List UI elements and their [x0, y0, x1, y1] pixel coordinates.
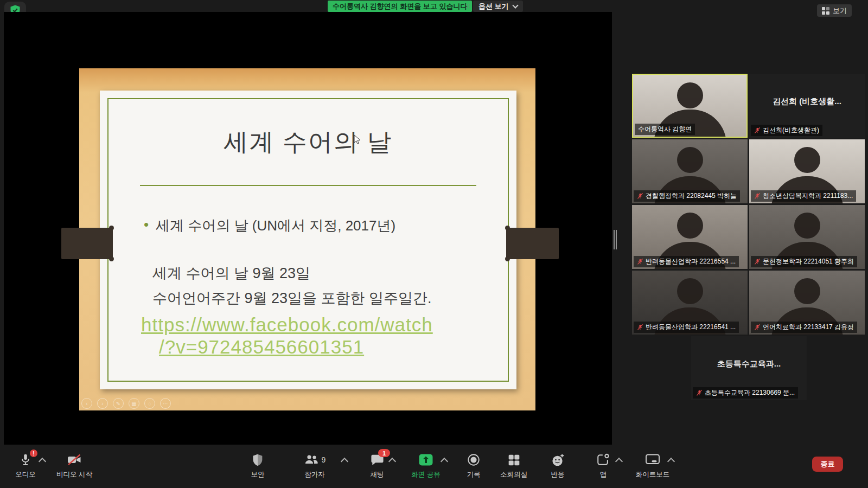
participants-count: 9 [322, 455, 326, 464]
presentation-nav-controls: ‹ › ✎ ▦ ◌ ⋯ [81, 398, 171, 409]
participant-tile[interactable]: 언어치료학과 22133417 김유정 [749, 271, 865, 335]
participant-name-tag: 반려동물산업학과 22216541 ... [634, 322, 739, 333]
bullet-text: 세계 수어의 날 (UN에서 지정, 2017년) [156, 216, 395, 235]
chat-button[interactable]: 1 채팅 [350, 451, 404, 479]
slide-ribbon-left [61, 228, 113, 259]
slide-grid-icon: ▦ [129, 398, 139, 409]
reactions-smiley-icon [551, 453, 565, 467]
participant-tile[interactable]: 문헌정보학과 22214051 황주희 [749, 205, 865, 269]
slide-title: 세계 수어의 날 [100, 126, 516, 158]
apps-icon [596, 453, 610, 467]
record-icon [467, 453, 481, 467]
mouse-cursor [354, 134, 361, 145]
breakout-rooms-icon [507, 453, 521, 467]
participants-chevron-icon[interactable] [341, 458, 348, 465]
participant-name: 언어치료학과 22133417 김유정 [763, 323, 854, 332]
mic-muted-icon [754, 258, 761, 265]
zoom-meeting-window: 수어통역사 김향연의 화면을 보고 있습니다 옵션 보기 보기 세계 수어의 날… [0, 0, 868, 488]
screen-share-banner: 수어통역사 김향연의 화면을 보고 있습니다 [328, 1, 472, 12]
mic-muted-icon [754, 324, 761, 331]
audio-warning-badge: ! [30, 450, 37, 457]
participant-name-tag: 반려동물산업학과 22216554 ... [634, 256, 739, 267]
mic-muted-icon [637, 258, 643, 265]
participant-tile[interactable]: 반려동물산업학과 22216554 ... [632, 205, 748, 269]
security-button[interactable]: 보안 [231, 451, 285, 479]
share-screen-button[interactable]: 화면 공유 [399, 451, 453, 479]
apps-label: 앱 [576, 470, 630, 479]
end-meeting-button[interactable]: 종료 [812, 457, 843, 472]
bullet-dot: • [144, 216, 149, 235]
whiteboard-label: 화이트보드 [626, 470, 680, 479]
panel-resize-handle[interactable] [614, 230, 617, 249]
slide-link-line1: https://www.facebook.com/watch [141, 314, 433, 336]
slide-bullet-line: • 세계 수어의 날 (UN에서 지정, 2017년) [144, 216, 395, 235]
view-label: 보기 [833, 6, 847, 16]
participant-name: 청소년상담복지학과 2211183... [763, 191, 853, 201]
slide-ribbon-right [506, 228, 559, 259]
slide-divider-line [140, 185, 476, 186]
chat-unread-badge: 1 [378, 449, 390, 457]
mic-muted-icon [754, 127, 761, 134]
security-shield-icon [251, 453, 265, 467]
audio-label: 오디오 [0, 470, 53, 479]
audio-button[interactable]: ! 오디오 [0, 451, 53, 479]
view-button[interactable]: 보기 [817, 4, 852, 17]
participant-display-name: 초등특수교육과... [691, 336, 807, 391]
participant-display-name: 김선희 (비호생활... [749, 74, 865, 129]
whiteboard-button[interactable]: 화이트보드 [626, 451, 680, 479]
participant-name-tag: 언어치료학과 22133417 김유정 [751, 322, 857, 333]
mic-muted-icon [637, 192, 643, 200]
chat-label: 채팅 [350, 470, 404, 479]
participant-name-tag: 경찰행정학과 22082445 박하늘 [634, 190, 740, 202]
participant-name: 초등특수교육과 22130669 문... [705, 388, 795, 397]
participant-name: 문헌정보학과 22214051 황주희 [763, 257, 854, 266]
share-screen-label: 화면 공유 [399, 470, 453, 479]
more-options-icon: ⋯ [160, 398, 171, 409]
participants-label: 참가자 [288, 470, 342, 479]
participant-name: 반려동물산업학과 22216554 ... [646, 257, 736, 266]
participant-name-tag: 문헌정보학과 22214051 황주희 [751, 256, 857, 267]
grid-view-icon [822, 7, 829, 15]
participant-tile[interactable]: 반려동물산업학과 22216541 ... [632, 271, 748, 335]
start-video-button[interactable]: 비디오 시작 [47, 451, 101, 479]
participant-name: 반려동물산업학과 22216541 ... [646, 323, 736, 332]
apps-button[interactable]: 앱 [576, 451, 630, 479]
chevron-down-icon [512, 2, 518, 8]
slide-body-line1: 세계 수어의 날 9월 23일 [152, 264, 310, 283]
participant-tile[interactable]: 경찰행정학과 22082445 박하늘 [632, 139, 748, 203]
prev-slide-icon: ‹ [81, 398, 92, 409]
drag-handle-icon[interactable] [465, 4, 470, 9]
participant-name: 수어통역사 김향연 [638, 125, 692, 134]
camera-off-icon [67, 452, 82, 467]
mic-muted-icon [754, 192, 761, 200]
participant-name: 경찰행정학과 22082445 박하늘 [646, 191, 737, 201]
start-video-label: 비디오 시작 [47, 470, 101, 479]
participant-tile[interactable]: 수어통역사 김향연 [632, 74, 748, 138]
security-label: 보안 [231, 470, 285, 479]
zoom-slide-icon: ◌ [144, 398, 155, 409]
participant-tile[interactable]: 김선희 (비호생활... 김선희(비호생활관) [749, 74, 865, 138]
participant-name-tag: 김선희(비호생활관) [751, 125, 822, 136]
pen-icon: ✎ [113, 398, 124, 409]
participant-name: 김선희(비호생활관) [763, 126, 819, 135]
slide-link-line2: /?v=972485456601351 [159, 336, 364, 358]
share-screen-icon [418, 453, 433, 466]
slide-body-line2: 수어언어주간 9월 23일을 포함한 일주일간. [152, 288, 432, 308]
mic-muted-icon [696, 389, 703, 396]
mic-muted-icon [637, 324, 643, 331]
participants-icon [304, 453, 319, 467]
participant-tile[interactable]: 청소년상담복지학과 2211183... [749, 139, 865, 203]
participant-name-tag: 수어통역사 김향연 [635, 124, 695, 135]
whiteboard-icon [645, 453, 660, 466]
view-options-label: 옵션 보기 [478, 2, 509, 11]
participants-button[interactable]: 9 참가자 [288, 451, 342, 479]
participant-tile[interactable]: 초등특수교육과... 초등특수교육과 22130669 문... [691, 336, 807, 400]
participant-name-tag: 초등특수교육과 22130669 문... [693, 387, 798, 399]
meeting-toolbar: ! 오디오 비디오 시작 보안 [0, 445, 868, 488]
view-options-button[interactable]: 옵션 보기 [473, 1, 523, 12]
next-slide-icon: › [97, 398, 108, 409]
banner-text: 수어통역사 김향연의 화면을 보고 있습니다 [333, 2, 467, 11]
participant-name-tag: 청소년상담복지학과 2211183... [751, 190, 856, 202]
